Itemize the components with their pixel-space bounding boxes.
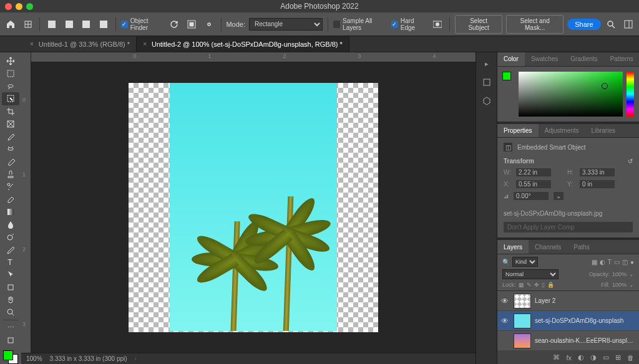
- eyedropper-tool[interactable]: [2, 130, 19, 143]
- layer-thumb[interactable]: [514, 333, 531, 348]
- angle-field[interactable]: 0.00°: [514, 192, 549, 200]
- layer-comp-select[interactable]: Don't Apply Layer Comp: [504, 222, 633, 232]
- tab-gradients[interactable]: Gradients: [564, 52, 603, 66]
- sample-all-toggle[interactable]: Sample All Layers: [333, 17, 388, 31]
- expand-panel-icon[interactable]: ▸: [480, 57, 493, 70]
- intersect-select-icon[interactable]: [97, 17, 110, 32]
- object-finder-toggle[interactable]: ✓Object Finder: [121, 17, 164, 31]
- filter-smart-icon[interactable]: ◫: [622, 259, 628, 266]
- lasso-tool[interactable]: [2, 80, 19, 92]
- tab-libraries[interactable]: Libraries: [585, 124, 622, 138]
- pen-tool[interactable]: [2, 243, 19, 256]
- spot-healing-tool[interactable]: [2, 143, 19, 155]
- subtract-select-icon[interactable]: [80, 17, 94, 32]
- filter-toggle-icon[interactable]: ●: [630, 259, 634, 266]
- layer-row[interactable]: sean-oulashin-K…EeEPR8-unsplash: [497, 331, 639, 351]
- shape-tool[interactable]: [2, 281, 19, 294]
- color-swatches[interactable]: [3, 350, 18, 364]
- filter-type-icon[interactable]: T: [608, 259, 612, 266]
- history-brush-tool[interactable]: [2, 180, 19, 193]
- reset-icon[interactable]: ↺: [628, 158, 633, 165]
- rect-select-icon[interactable]: [45, 17, 59, 32]
- y-field[interactable]: 0 in: [580, 180, 615, 188]
- blur-tool[interactable]: [2, 218, 19, 231]
- fill-value[interactable]: 100%: [612, 282, 627, 288]
- gear-icon[interactable]: [202, 17, 216, 32]
- fx-icon[interactable]: fx: [566, 354, 572, 362]
- stamp-tool[interactable]: [2, 168, 19, 180]
- tab-properties[interactable]: Properties: [497, 124, 539, 138]
- search-icon[interactable]: [605, 17, 618, 32]
- lock-position-icon[interactable]: ✥: [534, 282, 539, 288]
- crop-tool[interactable]: [2, 105, 19, 118]
- new-layer-icon[interactable]: ⊞: [615, 353, 621, 362]
- canvas-area[interactable]: [31, 62, 476, 353]
- zoom-tool[interactable]: [2, 306, 19, 318]
- angle-dropdown[interactable]: ⌄: [554, 192, 563, 200]
- color-swatch-icon[interactable]: [502, 72, 515, 84]
- more-tools-icon[interactable]: ⋯: [2, 322, 19, 334]
- lock-all-icon[interactable]: 🔒: [547, 282, 554, 288]
- zoom-field[interactable]: 100%: [26, 355, 42, 362]
- layer-row[interactable]: 👁 set-sj-DoSPxDAmD8g-unsplash: [497, 311, 639, 331]
- group-icon[interactable]: ▭: [603, 353, 609, 362]
- lock-brush-icon[interactable]: ✎: [527, 282, 532, 288]
- home-icon[interactable]: [4, 17, 17, 32]
- close-tab-icon[interactable]: ×: [143, 41, 147, 47]
- hue-slider[interactable]: [627, 72, 634, 117]
- add-select-icon[interactable]: [62, 17, 76, 32]
- hand-tool[interactable]: [2, 294, 19, 306]
- filter-adjust-icon[interactable]: ◐: [600, 259, 605, 266]
- gradient-tool[interactable]: [2, 206, 19, 218]
- tab-patterns[interactable]: Patterns: [604, 52, 639, 66]
- tab-swatches[interactable]: Swatches: [525, 52, 564, 66]
- color-field[interactable]: [519, 72, 623, 117]
- opacity-value[interactable]: 100%: [612, 271, 627, 277]
- minimize-window[interactable]: [16, 3, 22, 10]
- doc-tab-2[interactable]: ×Untitled-2 @ 100% (set-sj-DoSPxDAmD8g-u…: [137, 36, 349, 52]
- kind-select[interactable]: Kind: [512, 257, 538, 267]
- select-and-mask-button[interactable]: Select and Mask...: [506, 15, 563, 34]
- brush-tool[interactable]: [2, 155, 19, 168]
- adjustment-icon[interactable]: ◑: [590, 353, 597, 362]
- visibility-icon[interactable]: 👁: [501, 297, 510, 305]
- mask-icon[interactable]: ◐: [578, 353, 584, 362]
- blend-mode-select[interactable]: Normal: [502, 269, 559, 279]
- mode-select[interactable]: Rectangle: [249, 18, 323, 31]
- height-field[interactable]: 3.333 in: [580, 168, 615, 176]
- refresh-icon[interactable]: [168, 17, 182, 32]
- filter-shape-icon[interactable]: ▭: [614, 259, 620, 266]
- path-select-tool[interactable]: [2, 268, 19, 280]
- object-selection-tool[interactable]: [2, 92, 19, 105]
- move-tool[interactable]: [2, 55, 19, 67]
- eraser-tool[interactable]: [2, 193, 19, 206]
- tab-color[interactable]: Color: [497, 52, 525, 66]
- tab-layers[interactable]: Layers: [497, 240, 529, 254]
- link-icon[interactable]: ⌘: [553, 353, 560, 362]
- trash-icon[interactable]: 🗑: [627, 354, 634, 362]
- edit-toolbar-icon[interactable]: [2, 334, 19, 347]
- lock-artboard-icon[interactable]: ▯: [542, 282, 545, 288]
- layer-thumb[interactable]: [514, 314, 531, 328]
- panel-icon-1[interactable]: [480, 76, 493, 89]
- close-tab-icon[interactable]: ×: [30, 41, 34, 47]
- tab-paths[interactable]: Paths: [567, 240, 596, 254]
- hard-edge-toggle[interactable]: ✓Hard Edge: [391, 17, 427, 31]
- width-field[interactable]: 2.22 in: [516, 168, 551, 176]
- filter-pixel-icon[interactable]: ▦: [592, 259, 597, 266]
- x-field[interactable]: 0.55 in: [516, 180, 551, 188]
- mask-icon[interactable]: [431, 17, 445, 32]
- doc-tab-1[interactable]: ×Untitled-1 @ 33.3% (RGB/8) *: [24, 36, 137, 52]
- type-tool[interactable]: T: [2, 256, 19, 268]
- layer-thumb[interactable]: [514, 294, 531, 309]
- lock-transparency-icon[interactable]: ▦: [519, 282, 524, 288]
- share-button[interactable]: Share: [567, 19, 600, 30]
- workspace-icon[interactable]: [622, 17, 635, 32]
- select-subject-button[interactable]: Select Subject: [455, 15, 502, 34]
- kind-filter-icon[interactable]: 🔍: [502, 259, 510, 266]
- visibility-icon[interactable]: 👁: [501, 317, 510, 325]
- show-overlay-icon[interactable]: [185, 17, 198, 32]
- tab-channels[interactable]: Channels: [529, 240, 567, 254]
- maximize-window[interactable]: [26, 3, 33, 10]
- panel-icon-2[interactable]: [480, 95, 493, 107]
